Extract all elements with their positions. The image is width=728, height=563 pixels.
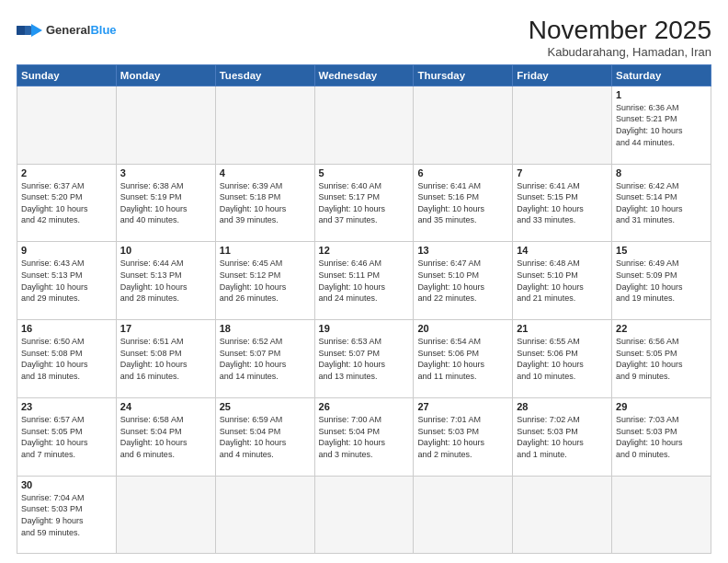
week-row-3: 9Sunrise: 6:43 AM Sunset: 5:13 PM Daylig… [17,242,711,320]
day-cell: 2Sunrise: 6:37 AM Sunset: 5:20 PM Daylig… [17,164,117,242]
generalblue-icon [17,20,42,40]
day-cell [215,476,314,553]
logo: GeneralBlue [17,20,117,40]
title-block: November 2025 Kabudarahang, Hamadan, Ira… [529,17,711,59]
day-cell: 24Sunrise: 6:58 AM Sunset: 5:04 PM Dayli… [116,398,215,477]
day-info: Sunrise: 6:41 AM Sunset: 5:16 PM Dayligh… [417,180,508,226]
day-number: 2 [21,167,112,178]
week-row-6: 30Sunrise: 7:04 AM Sunset: 5:03 PM Dayli… [17,476,711,553]
week-row-5: 23Sunrise: 6:57 AM Sunset: 5:05 PM Dayli… [17,398,711,477]
day-cell: 5Sunrise: 6:40 AM Sunset: 5:17 PM Daylig… [314,164,414,242]
day-number: 13 [417,245,508,256]
day-cell: 12Sunrise: 6:46 AM Sunset: 5:11 PM Dayli… [314,242,414,320]
day-cell [513,86,612,164]
page: GeneralBlue November 2025 Kabudarahang, … [0,0,728,563]
day-info: Sunrise: 7:02 AM Sunset: 5:03 PM Dayligh… [517,414,608,460]
day-cell: 26Sunrise: 7:00 AM Sunset: 5:04 PM Dayli… [314,398,414,477]
day-cell [414,86,513,164]
day-number: 9 [21,245,112,256]
day-info: Sunrise: 6:42 AM Sunset: 5:14 PM Dayligh… [616,180,707,226]
day-info: Sunrise: 6:49 AM Sunset: 5:09 PM Dayligh… [616,258,707,304]
day-number: 16 [21,323,112,334]
day-cell: 10Sunrise: 6:44 AM Sunset: 5:13 PM Dayli… [116,242,215,320]
day-number: 29 [616,401,707,412]
day-number: 4 [220,167,311,178]
day-cell: 14Sunrise: 6:48 AM Sunset: 5:10 PM Dayli… [513,242,612,320]
day-cell: 8Sunrise: 6:42 AM Sunset: 5:14 PM Daylig… [612,164,711,242]
day-number: 6 [417,167,508,178]
day-info: Sunrise: 6:43 AM Sunset: 5:13 PM Dayligh… [21,258,112,304]
day-number: 5 [319,167,410,178]
day-cell: 25Sunrise: 6:59 AM Sunset: 5:04 PM Dayli… [215,398,314,477]
day-number: 19 [319,323,410,334]
day-cell: 17Sunrise: 6:51 AM Sunset: 5:08 PM Dayli… [116,320,215,398]
svg-marker-1 [31,24,42,37]
day-number: 7 [517,167,608,178]
weekday-header-thursday: Thursday [414,64,513,86]
day-info: Sunrise: 6:55 AM Sunset: 5:06 PM Dayligh… [517,336,608,382]
day-info: Sunrise: 6:54 AM Sunset: 5:06 PM Dayligh… [417,336,508,382]
day-number: 17 [120,323,211,334]
day-info: Sunrise: 6:58 AM Sunset: 5:04 PM Dayligh… [120,414,211,460]
weekday-header-friday: Friday [513,64,612,86]
day-number: 20 [417,323,508,334]
day-cell: 22Sunrise: 6:56 AM Sunset: 5:05 PM Dayli… [612,320,711,398]
day-cell: 11Sunrise: 6:45 AM Sunset: 5:12 PM Dayli… [215,242,314,320]
day-info: Sunrise: 6:57 AM Sunset: 5:05 PM Dayligh… [21,414,112,460]
day-cell: 1Sunrise: 6:36 AM Sunset: 5:21 PM Daylig… [612,86,711,164]
day-cell: 27Sunrise: 7:01 AM Sunset: 5:03 PM Dayli… [414,398,513,477]
day-number: 12 [319,245,410,256]
day-number: 26 [319,401,410,412]
day-cell: 30Sunrise: 7:04 AM Sunset: 5:03 PM Dayli… [17,476,117,553]
svg-rect-2 [17,26,25,35]
day-cell: 23Sunrise: 6:57 AM Sunset: 5:05 PM Dayli… [17,398,117,477]
day-cell [414,476,513,553]
day-info: Sunrise: 6:48 AM Sunset: 5:10 PM Dayligh… [517,258,608,304]
day-cell [513,476,612,553]
day-info: Sunrise: 6:47 AM Sunset: 5:10 PM Dayligh… [417,258,508,304]
day-cell: 7Sunrise: 6:41 AM Sunset: 5:15 PM Daylig… [513,164,612,242]
day-info: Sunrise: 6:59 AM Sunset: 5:04 PM Dayligh… [220,414,311,460]
day-number: 22 [616,323,707,334]
logo-text: GeneralBlue [46,23,117,38]
day-cell: 21Sunrise: 6:55 AM Sunset: 5:06 PM Dayli… [513,320,612,398]
day-number: 23 [21,401,112,412]
day-number: 3 [120,167,211,178]
day-cell: 18Sunrise: 6:52 AM Sunset: 5:07 PM Dayli… [215,320,314,398]
day-info: Sunrise: 6:45 AM Sunset: 5:12 PM Dayligh… [220,258,311,304]
weekday-header-sunday: Sunday [17,64,117,86]
day-cell [116,86,215,164]
day-number: 24 [120,401,211,412]
day-info: Sunrise: 6:39 AM Sunset: 5:18 PM Dayligh… [220,180,311,226]
day-cell: 3Sunrise: 6:38 AM Sunset: 5:19 PM Daylig… [116,164,215,242]
logo-general: General [46,23,90,37]
day-number: 21 [517,323,608,334]
weekday-header-saturday: Saturday [612,64,711,86]
day-number: 15 [616,245,707,256]
day-info: Sunrise: 6:44 AM Sunset: 5:13 PM Dayligh… [120,258,211,304]
day-info: Sunrise: 7:00 AM Sunset: 5:04 PM Dayligh… [319,414,410,460]
day-info: Sunrise: 6:51 AM Sunset: 5:08 PM Dayligh… [120,336,211,382]
day-cell [17,86,117,164]
day-cell: 15Sunrise: 6:49 AM Sunset: 5:09 PM Dayli… [612,242,711,320]
day-cell: 6Sunrise: 6:41 AM Sunset: 5:16 PM Daylig… [414,164,513,242]
day-cell [314,86,414,164]
day-info: Sunrise: 6:38 AM Sunset: 5:19 PM Dayligh… [120,180,211,226]
day-cell: 19Sunrise: 6:53 AM Sunset: 5:07 PM Dayli… [314,320,414,398]
weekday-header-wednesday: Wednesday [314,64,414,86]
week-row-4: 16Sunrise: 6:50 AM Sunset: 5:08 PM Dayli… [17,320,711,398]
day-number: 11 [220,245,311,256]
day-info: Sunrise: 6:37 AM Sunset: 5:20 PM Dayligh… [21,180,112,226]
day-cell [314,476,414,553]
day-cell [116,476,215,553]
day-cell: 16Sunrise: 6:50 AM Sunset: 5:08 PM Dayli… [17,320,117,398]
weekday-header-tuesday: Tuesday [215,64,314,86]
logo-blue: Blue [90,23,116,37]
day-info: Sunrise: 7:03 AM Sunset: 5:03 PM Dayligh… [616,414,707,460]
day-cell: 28Sunrise: 7:02 AM Sunset: 5:03 PM Dayli… [513,398,612,477]
weekday-header-monday: Monday [116,64,215,86]
day-info: Sunrise: 6:46 AM Sunset: 5:11 PM Dayligh… [319,258,410,304]
day-number: 8 [616,167,707,178]
day-number: 10 [120,245,211,256]
header: GeneralBlue November 2025 Kabudarahang, … [17,17,711,59]
